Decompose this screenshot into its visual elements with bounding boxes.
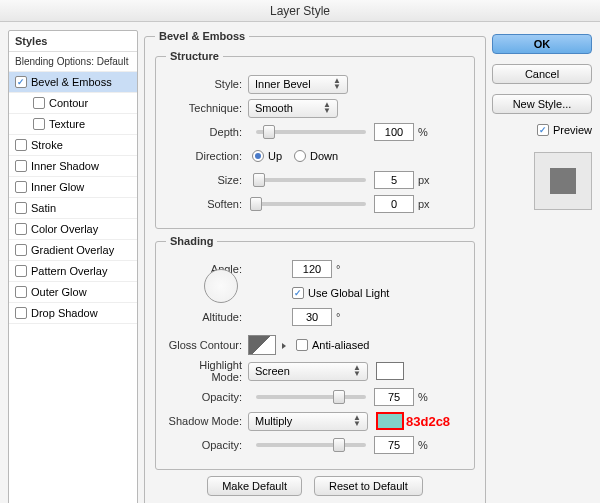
style-label: Style: (166, 78, 248, 90)
make-default-button[interactable]: Make Default (207, 476, 302, 496)
soften-slider[interactable] (256, 202, 366, 206)
depth-input[interactable]: 100 (374, 123, 414, 141)
ok-button[interactable]: OK (492, 34, 592, 54)
altitude-input[interactable]: 30 (292, 308, 332, 326)
effect-checkbox[interactable] (15, 181, 27, 193)
updown-icon: ▲▼ (323, 102, 331, 114)
cancel-button[interactable]: Cancel (492, 64, 592, 84)
size-input[interactable]: 5 (374, 171, 414, 189)
highlight-opacity-slider[interactable] (256, 395, 366, 399)
sidebar-item-inner-shadow[interactable]: Inner Shadow (9, 156, 137, 177)
sidebar-item-label: Contour (49, 97, 88, 109)
color-annotation: 83d2c8 (406, 414, 450, 429)
sidebar-item-inner-glow[interactable]: Inner Glow (9, 177, 137, 198)
effect-checkbox[interactable] (33, 118, 45, 130)
sidebar-item-stroke[interactable]: Stroke (9, 135, 137, 156)
effect-checkbox[interactable] (15, 160, 27, 172)
use-global-light-checkbox[interactable] (292, 287, 304, 299)
depth-slider[interactable] (256, 130, 366, 134)
depth-unit: % (418, 126, 428, 138)
sidebar-item-label: Stroke (31, 139, 63, 151)
direction-down-radio[interactable] (294, 150, 306, 162)
shadow-opacity-input[interactable]: 75 (374, 436, 414, 454)
effects-sidebar: Styles Blending Options: Default Bevel &… (8, 30, 138, 503)
reset-default-button[interactable]: Reset to Default (314, 476, 423, 496)
sidebar-item-texture[interactable]: Texture (9, 114, 137, 135)
highlight-mode-label: Highlight Mode: (166, 359, 248, 383)
window-title: Layer Style (0, 0, 600, 22)
updown-icon: ▲▼ (353, 365, 361, 377)
technique-label: Technique: (166, 102, 248, 114)
highlight-opacity-input[interactable]: 75 (374, 388, 414, 406)
sidebar-item-drop-shadow[interactable]: Drop Shadow (9, 303, 137, 324)
sidebar-header[interactable]: Styles (9, 31, 137, 52)
effect-checkbox[interactable] (15, 286, 27, 298)
effect-checkbox[interactable] (33, 97, 45, 109)
sidebar-item-gradient-overlay[interactable]: Gradient Overlay (9, 240, 137, 261)
structure-group: Structure Style: Inner Bevel▲▼ Technique… (155, 50, 475, 229)
altitude-label: Altitude: (166, 311, 248, 323)
sidebar-item-pattern-overlay[interactable]: Pattern Overlay (9, 261, 137, 282)
anti-aliased-checkbox[interactable] (296, 339, 308, 351)
highlight-mode-select[interactable]: Screen▲▼ (248, 362, 368, 381)
updown-icon: ▲▼ (353, 415, 361, 427)
style-select[interactable]: Inner Bevel▲▼ (248, 75, 348, 94)
anti-aliased-label: Anti-aliased (312, 339, 369, 351)
new-style-button[interactable]: New Style... (492, 94, 592, 114)
preview-label: Preview (553, 124, 592, 136)
effect-checkbox[interactable] (15, 223, 27, 235)
size-unit: px (418, 174, 430, 186)
sidebar-item-bevel-emboss[interactable]: Bevel & Emboss (9, 72, 137, 93)
soften-input[interactable]: 0 (374, 195, 414, 213)
sidebar-item-label: Drop Shadow (31, 307, 98, 319)
opacity-unit: % (418, 391, 428, 403)
updown-icon: ▲▼ (333, 78, 341, 90)
sidebar-item-label: Color Overlay (31, 223, 98, 235)
sidebar-item-outer-glow[interactable]: Outer Glow (9, 282, 137, 303)
angle-dial[interactable] (204, 269, 238, 303)
soften-unit: px (418, 198, 430, 210)
angle-unit: ° (336, 263, 340, 275)
sidebar-item-color-overlay[interactable]: Color Overlay (9, 219, 137, 240)
effect-checkbox[interactable] (15, 76, 27, 88)
angle-input[interactable]: 120 (292, 260, 332, 278)
direction-up-radio[interactable] (252, 150, 264, 162)
sidebar-item-label: Inner Shadow (31, 160, 99, 172)
shadow-color-swatch[interactable] (376, 412, 404, 430)
shadow-opacity-label: Opacity: (166, 439, 248, 451)
structure-legend: Structure (166, 50, 223, 62)
preview-thumbnail (534, 152, 592, 210)
sidebar-item-contour[interactable]: Contour (9, 93, 137, 114)
sidebar-item-label: Texture (49, 118, 85, 130)
dialog-body: Styles Blending Options: Default Bevel &… (0, 22, 600, 503)
sidebar-item-label: Outer Glow (31, 286, 87, 298)
effect-checkbox[interactable] (15, 139, 27, 151)
sidebar-item-satin[interactable]: Satin (9, 198, 137, 219)
size-label: Size: (166, 174, 248, 186)
preview-checkbox[interactable] (537, 124, 549, 136)
shadow-mode-select[interactable]: Multiply▲▼ (248, 412, 368, 431)
gloss-contour-picker[interactable] (248, 335, 276, 355)
size-slider[interactable] (256, 178, 366, 182)
technique-select[interactable]: Smooth▲▼ (248, 99, 338, 118)
gloss-contour-label: Gloss Contour: (166, 339, 248, 351)
bevel-emboss-group: Bevel & Emboss Structure Style: Inner Be… (144, 30, 486, 503)
effect-checkbox[interactable] (15, 265, 27, 277)
sidebar-item-label: Inner Glow (31, 181, 84, 193)
use-global-light-label: Use Global Light (308, 287, 389, 299)
layer-style-dialog: Layer Style Styles Blending Options: Def… (0, 0, 600, 503)
effect-checkbox[interactable] (15, 307, 27, 319)
effect-checkbox[interactable] (15, 202, 27, 214)
settings-panel: Bevel & Emboss Structure Style: Inner Be… (144, 30, 486, 503)
highlight-color-swatch[interactable] (376, 362, 404, 380)
shadow-opacity-slider[interactable] (256, 443, 366, 447)
direction-down-label: Down (310, 150, 338, 162)
direction-up-label: Up (268, 150, 282, 162)
effect-checkbox[interactable] (15, 244, 27, 256)
shadow-mode-label: Shadow Mode: (166, 415, 248, 427)
shading-legend: Shading (166, 235, 217, 247)
dialog-buttons: OK Cancel New Style... Preview (492, 30, 592, 503)
highlight-opacity-label: Opacity: (166, 391, 248, 403)
sidebar-subheader[interactable]: Blending Options: Default (9, 52, 137, 72)
soften-label: Soften: (166, 198, 248, 210)
